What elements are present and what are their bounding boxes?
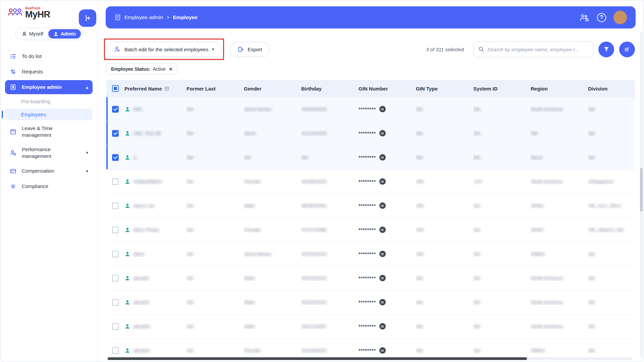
system-id-cell: NA — [473, 106, 531, 112]
vertical-scrollbar-thumb[interactable] — [640, 168, 643, 212]
region-cell: North America — [531, 299, 588, 305]
system-id-cell: NA — [473, 323, 531, 329]
horizontal-scrollbar-thumb[interactable] — [108, 357, 527, 360]
column-header-gin-number[interactable]: GIN Number — [359, 86, 416, 92]
system-id-cell: NA — [473, 130, 531, 136]
column-options-icon[interactable] — [164, 86, 169, 91]
reveal-gin-icon[interactable] — [379, 347, 386, 354]
reveal-gin-icon[interactable] — [379, 299, 386, 305]
sidebar-item-employees[interactable]: Employees — [5, 109, 93, 120]
sidebar-item-pre-boarding[interactable]: Pre-boarding — [5, 96, 93, 107]
column-header-preferred-name[interactable]: Preferred Name — [124, 86, 186, 92]
team-settings-icon[interactable] — [579, 13, 590, 22]
search-input[interactable] — [487, 47, 588, 52]
gender-cell: Male — [244, 203, 301, 208]
role-myself-label: Myself — [29, 31, 43, 37]
system-id-cell: NA — [473, 251, 531, 257]
select-all-checkbox[interactable] — [112, 85, 119, 92]
column-header-division[interactable]: Division — [588, 86, 635, 92]
row-checkbox[interactable] — [112, 275, 119, 282]
reveal-gin-icon[interactable] — [379, 154, 386, 161]
sidebar-item-requests[interactable]: Requests — [5, 65, 93, 79]
row-checkbox[interactable] — [112, 202, 119, 209]
employee-person-icon — [124, 179, 130, 185]
region-cell: APAC — [531, 227, 588, 233]
sidebar-collapse-button[interactable] — [79, 9, 96, 27]
table-row[interactable]: Holly(MM02) NA Female 02/28/2025 *******… — [106, 170, 635, 194]
gin-masked-value: ******** — [359, 203, 376, 208]
table-row[interactable]: alina02 NA Male 03/16/2025 ******** NA N… — [106, 290, 635, 314]
sidebar-item-todo-list[interactable]: To do list — [5, 49, 93, 63]
reveal-gin-icon[interactable] — [379, 106, 386, 112]
row-checkbox[interactable] — [112, 299, 119, 306]
batch-edit-button[interactable]: Batch edit for the selected employees ▾ — [106, 42, 222, 57]
filter-chip-employee-status[interactable]: Employee Status: Active ✕ — [106, 63, 177, 75]
column-header-region[interactable]: Region — [531, 86, 588, 92]
row-checkbox[interactable] — [112, 106, 119, 113]
gin-number-cell: ******** — [359, 227, 416, 233]
system-id-cell: NA — [473, 348, 531, 353]
column-header-label: GIN Type — [416, 86, 438, 92]
row-checkbox[interactable] — [112, 323, 119, 330]
table-row[interactable]: 999 NA None-binary 02/04/2025 ******** N… — [106, 97, 635, 121]
reveal-gin-icon[interactable] — [379, 251, 386, 257]
reveal-gin-icon[interactable] — [379, 202, 386, 209]
help-icon[interactable]: ? — [597, 13, 606, 22]
table-row[interactable]: alina NA None-binary 02/23/2025 ********… — [106, 242, 635, 266]
row-checkbox-cell — [106, 130, 124, 137]
table-header-row: Preferred Name Former Last Gender Birthd… — [106, 80, 635, 97]
sidebar-item-label: Employees — [21, 112, 46, 117]
sidebar-item-compliance[interactable]: Compliance — [5, 179, 93, 193]
sidebar-item-employee-admin[interactable]: Employee admin ▴ — [5, 80, 93, 94]
column-header-system-id[interactable]: System ID — [473, 86, 531, 92]
remove-filter-icon[interactable]: ✕ — [169, 67, 173, 72]
reveal-gin-icon[interactable] — [379, 130, 386, 136]
employee-name: Holly(MM02) — [133, 179, 162, 184]
table-row[interactable]: alina03 NA Male 03/11/2025 ******** NA N… — [106, 314, 635, 339]
sidebar-item-performance[interactable]: Performance management ▾ — [5, 143, 93, 163]
table-row[interactable]: a NA NA NA ******** NA NA None NA — [106, 145, 635, 170]
filter-button[interactable] — [598, 42, 614, 57]
row-checkbox[interactable] — [112, 227, 119, 233]
gin-masked-value: ******** — [359, 131, 376, 136]
reveal-gin-icon[interactable] — [379, 275, 386, 281]
role-toggle: Myself Admin — [15, 28, 82, 40]
gin-masked-value: ******** — [359, 251, 376, 257]
gin-type-cell: NA — [416, 299, 473, 305]
gin-masked-value: ******** — [359, 276, 376, 281]
table-row[interactable]: Aaron Va NA Male 08/30/2000 ******** ON … — [106, 194, 635, 218]
reveal-gin-icon[interactable] — [379, 323, 386, 329]
table-row[interactable]: alina01 NA Male 03/15/2025 ******** NA N… — [106, 266, 635, 290]
preferred-name-cell: a — [124, 155, 186, 161]
people-logo-icon — [8, 7, 22, 19]
role-myself-tab[interactable]: Myself — [17, 29, 48, 39]
export-button[interactable]: Export — [230, 42, 270, 57]
breadcrumb-parent[interactable]: Employee admin — [124, 14, 163, 20]
row-checkbox[interactable] — [112, 130, 119, 137]
reveal-gin-icon[interactable] — [379, 178, 386, 185]
row-checkbox[interactable] — [112, 178, 119, 185]
user-avatar[interactable] — [613, 11, 627, 24]
row-checkbox[interactable] — [112, 347, 119, 354]
column-header-gender[interactable]: Gender — [244, 86, 301, 92]
column-settings-button[interactable] — [619, 42, 635, 57]
sidebar-item-leave-time[interactable]: Leave & Time management — [5, 122, 93, 141]
role-admin-tab[interactable]: Admin — [48, 29, 81, 39]
former-last-cell: NA — [186, 227, 244, 233]
column-header-former-last[interactable]: Former Last — [186, 86, 244, 92]
preferred-name-cell: alina02 — [124, 299, 186, 305]
module-card-icon — [114, 14, 121, 21]
reveal-gin-icon[interactable] — [379, 227, 386, 233]
table-row[interactable]: HRL Test 08 NA None 01/14/2025 ******** … — [106, 121, 635, 145]
column-header-gin-type[interactable]: GIN Type — [416, 86, 473, 92]
employee-person-icon — [124, 348, 130, 354]
row-checkbox[interactable] — [112, 251, 119, 257]
gender-cell: None-binary — [244, 106, 301, 112]
preferred-name-cell: Alice Pham — [124, 227, 186, 233]
table-row[interactable]: Alice Pham NA Female 07/27/1988 ********… — [106, 218, 635, 242]
sidebar-item-compensation[interactable]: Compensation ▾ — [5, 164, 93, 178]
gin-number-cell: ******** — [359, 202, 416, 209]
row-checkbox[interactable] — [112, 154, 119, 161]
column-header-label: Preferred Name — [124, 86, 162, 92]
column-header-birthday[interactable]: Birthday — [301, 86, 359, 92]
